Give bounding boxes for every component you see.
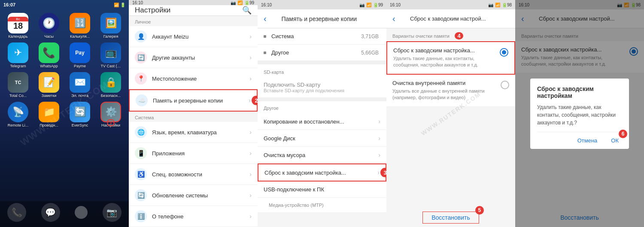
settings-time: 16:10 bbox=[132, 0, 143, 5]
other-accounts-icon: 🔄 bbox=[135, 51, 147, 64]
panel-reset: WWW.RUTERK.COM 16:10 📷📶🔋98 ‹ Сброс к зав… bbox=[386, 0, 515, 227]
update-icon: 🔄 bbox=[137, 192, 145, 199]
mem-gdrive-text: Google Диск bbox=[264, 135, 378, 142]
update-arrow: › bbox=[249, 192, 252, 199]
app-calc[interactable]: 🔢 Калькуля... bbox=[66, 13, 94, 39]
step2-badge: 2 bbox=[252, 96, 258, 105]
other-dot-icon bbox=[264, 51, 266, 54]
settings-language[interactable]: 🌐 Язык, время, клавиатура › bbox=[129, 122, 258, 143]
settings-location[interactable]: 📍 Местоположение › bbox=[129, 68, 258, 89]
settings-other-accounts[interactable]: 🔄 Другие аккаунты › bbox=[129, 47, 258, 68]
step4-badge: 4 bbox=[455, 32, 463, 39]
panel-memory: WWW.RUTERK.COM 16:10 📷📶🔋99 ‹ Память и ре… bbox=[258, 0, 386, 227]
mem-usb-text: USB-подключение к ПК bbox=[264, 186, 380, 193]
app-payme[interactable]: Pay Payme bbox=[66, 42, 94, 69]
app-clock-label: Часы bbox=[44, 35, 54, 39]
settings-search-icon[interactable]: 🔍 bbox=[242, 6, 252, 15]
memory-status-icons: 📷📶🔋99 bbox=[359, 3, 383, 7]
calc-icon: 🔢 bbox=[74, 18, 86, 29]
apps-text: Приложения bbox=[152, 150, 249, 157]
memory-backup-text: Память и резервные копии bbox=[153, 97, 249, 104]
app-eversync[interactable]: 🔄 EverSync bbox=[66, 102, 94, 128]
settings-memory-backup[interactable]: ☁️ Память и резервные копии › 2 bbox=[129, 89, 258, 112]
accessibility-text: Спец. возможности bbox=[152, 171, 249, 178]
accessibility-arrow: › bbox=[249, 171, 252, 178]
reset-internal-radio[interactable] bbox=[501, 81, 509, 89]
mem-reset-item[interactable]: Сброс к заводским настройка... › 3 bbox=[258, 163, 386, 182]
reset-factory-option[interactable]: Сброс к заводским настройка... Удалить т… bbox=[386, 41, 515, 75]
mem-gdrive-item[interactable]: Google Диск › bbox=[258, 130, 386, 147]
mem-other-text: Другое bbox=[271, 49, 361, 56]
settings-about[interactable]: ℹ️ О телефоне › bbox=[129, 206, 258, 227]
person-icon: 👤 bbox=[137, 33, 145, 40]
panel-home: WWW.RUTERK.COM 16:07 📶 🔋 Вс 18 Календарь… bbox=[0, 0, 129, 227]
settings-accessibility[interactable]: ♿ Спец. возможности › bbox=[129, 164, 258, 185]
restore-btn-text: Восстановить bbox=[431, 214, 470, 221]
app-telegram-label: Telegram bbox=[10, 64, 26, 69]
app-settings[interactable]: ⚙️ Настройки 1 bbox=[97, 102, 125, 128]
app-telegram[interactable]: ✈ Telegram bbox=[4, 42, 32, 69]
restore-button[interactable]: Восстановить 5 bbox=[422, 212, 479, 224]
reset-back-btn[interactable]: ‹ bbox=[392, 14, 395, 24]
language-text: Язык, время, клавиатура bbox=[152, 129, 249, 136]
mem-mtp-text: Медиа-устройство (MTP) bbox=[269, 203, 380, 208]
settings-icon: ⚙️ bbox=[105, 106, 117, 118]
memory-back-btn[interactable]: ‹ bbox=[264, 14, 267, 24]
clean-arrow: › bbox=[378, 151, 380, 158]
settings-title: Настройки bbox=[135, 6, 170, 15]
dialog-ok-btn[interactable]: ОК 6 bbox=[608, 136, 622, 145]
location-icon-wrap: 📍 bbox=[135, 73, 147, 85]
app-tvcast[interactable]: 📺 TV Cast (… bbox=[97, 42, 125, 69]
mem-system-item: Система 3,71GB bbox=[258, 28, 386, 45]
dialog-actions: Отмена ОК 6 bbox=[537, 132, 622, 149]
app-provodn[interactable]: 📁 Проводн... bbox=[35, 102, 63, 128]
other-section-label: Другое bbox=[264, 106, 279, 111]
home-camera-btn[interactable]: 📷 bbox=[103, 203, 122, 222]
panel-settings: WWW.RUTERK.COM 16:10 📷📶🔋99 Настройки 🔍 Л… bbox=[129, 0, 258, 227]
memory-arrow: › bbox=[249, 97, 251, 104]
apps-icon-wrap: 📱 bbox=[135, 147, 147, 159]
cloud-icon: ☁️ bbox=[138, 97, 146, 104]
home-call-btn[interactable]: 📞 bbox=[7, 203, 26, 222]
dialog-cancel-btn[interactable]: Отмена bbox=[574, 136, 601, 145]
reset-internal-title: Очистка внутренней памяти bbox=[392, 80, 497, 86]
settings-status-bar: 16:10 📷📶🔋99 bbox=[129, 0, 258, 5]
app-clock[interactable]: 🕐 Часы bbox=[35, 13, 63, 39]
settings-apps[interactable]: 📱 Приложения › bbox=[129, 143, 258, 164]
settings-status-icons: 📷📶🔋99 bbox=[231, 0, 254, 5]
location-arrow: › bbox=[249, 75, 252, 82]
home-msg-btn[interactable]: 💬 bbox=[41, 203, 60, 222]
app-calendar[interactable]: Вс 18 Календарь bbox=[4, 13, 32, 39]
backup-arrow: › bbox=[378, 118, 380, 125]
app-gallery[interactable]: 🖼️ Галерея bbox=[97, 13, 125, 39]
reset-factory-text-wrap: Сброс к заводским настройка... Удалить т… bbox=[393, 47, 496, 69]
mem-backup-item[interactable]: Копирование и восстановлен... › bbox=[258, 113, 386, 130]
accessibility-icon: ♿ bbox=[137, 171, 145, 178]
reset-status-bar: 16:10 📷📶🔋98 bbox=[386, 0, 515, 9]
meizu-account-icon: 👤 bbox=[135, 30, 147, 42]
app-gallery-label: Галерея bbox=[103, 35, 118, 39]
memory-icon-wrap: ☁️ bbox=[136, 94, 148, 106]
accessibility-icon-wrap: ♿ bbox=[135, 168, 147, 180]
app-remote[interactable]: 📡 Remote Li... bbox=[4, 102, 32, 128]
mem-usb-item[interactable]: USB-подключение к ПК bbox=[258, 182, 386, 198]
app-totalco[interactable]: TC Total Co... bbox=[4, 72, 32, 98]
app-remote-label: Remote Li... bbox=[8, 124, 29, 128]
location-text: Местоположение bbox=[152, 76, 249, 82]
settings-meizu-account[interactable]: 👤 Аккаунт Meizu › bbox=[129, 26, 258, 47]
app-calc-label: Калькуля... bbox=[70, 35, 90, 39]
app-whatsapp[interactable]: 📞 WhatsApp bbox=[35, 42, 63, 69]
home-search-btn[interactable] bbox=[75, 206, 88, 219]
step1-badge: 1 bbox=[107, 119, 114, 126]
reset-factory-radio[interactable] bbox=[500, 48, 508, 57]
app-email[interactable]: ✉️ Эл. почта bbox=[66, 72, 94, 98]
reset-internal-option[interactable]: Очистка внутренней памяти Удалить все да… bbox=[386, 75, 515, 107]
payme-icon: Pay bbox=[75, 50, 84, 56]
app-security[interactable]: 🔒 Безопасн... bbox=[97, 72, 125, 98]
clock-icon: 🕐 bbox=[43, 17, 55, 29]
system-dot-icon bbox=[264, 35, 266, 38]
app-notes[interactable]: 📝 Заметки bbox=[35, 72, 63, 98]
mem-clean-item[interactable]: Очистка мусора › bbox=[258, 147, 386, 163]
settings-update[interactable]: 🔄 Обновление системы › bbox=[129, 185, 258, 206]
language-arrow: › bbox=[249, 129, 252, 136]
